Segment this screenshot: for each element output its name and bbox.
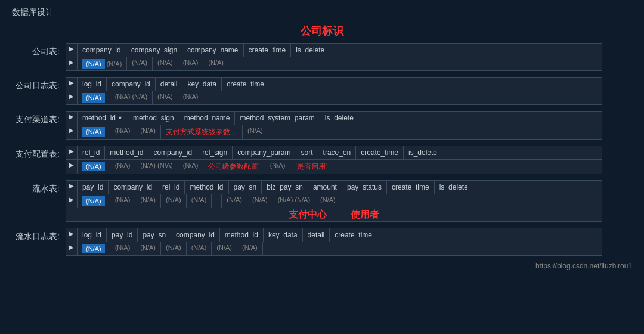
- table-box-2: ▶method_id ▼method_signmethod_namemethod…: [66, 111, 602, 140]
- table-box-0: ▶company_idcompany_signcompany_namecreat…: [66, 43, 602, 71]
- header-cell-1: company_id: [109, 181, 157, 194]
- data-cell-0: (N/A): [78, 91, 110, 104]
- table-label-3: 支付配置表:: [12, 146, 66, 160]
- table-row-1: 公司日志表:▶log_idcompany_iddetailkey_datacre…: [12, 77, 632, 105]
- data-cell-4: (N/A): [187, 194, 212, 208]
- data-cell-4: [203, 91, 213, 104]
- header-cell-0: rel_id: [78, 146, 105, 159]
- table-box-3: ▶rel_idmethod_idcompany_idrel_signcompan…: [66, 146, 602, 174]
- arrow-data-cell: ▶: [66, 242, 78, 255]
- header-cell-2: method_name: [179, 112, 236, 125]
- header-cell-5: key_data: [264, 228, 303, 242]
- header-cell-0: log_id: [78, 228, 107, 242]
- arrow-cell: ▶: [66, 78, 78, 91]
- table-header-3: ▶rel_idmethod_idcompany_idrel_signcompan…: [66, 146, 602, 160]
- arrow-data-cell: ▶: [66, 160, 78, 174]
- annotations-4: 支付中心使用者: [66, 209, 602, 221]
- data-cell-4: (N/A): [203, 57, 228, 70]
- header-cell-7: create_time: [356, 146, 404, 159]
- header-cell-3: method_id: [185, 181, 228, 194]
- header-cell-2: company_name: [182, 44, 243, 57]
- header-cell-5: biz_pay_sn: [262, 181, 308, 194]
- data-cell-3: (N/A): [161, 242, 187, 255]
- arrow-data-cell: ▶: [66, 125, 78, 139]
- header-cell-2: rel_id: [157, 181, 185, 194]
- header-cell-0: company_id: [78, 44, 126, 57]
- data-cell-4: (N/A): [243, 125, 268, 139]
- data-cell-3: (N/A): [178, 160, 204, 174]
- data-cell-1: (N/A): [110, 194, 136, 208]
- header-cell-9: is_delete: [435, 181, 473, 194]
- data-cell-5: (N/A): [212, 242, 237, 255]
- table-header-5: ▶log_idpay_idpay_sncompany_idmethod_idke…: [66, 228, 602, 242]
- footer-link: https://blog.csdn.net/liuzhirou1: [12, 262, 632, 270]
- table-label-4: 流水表:: [12, 180, 66, 194]
- table-data-row-2: ▶(N/A)(N/A)(N/A)支付方式系统级参数，(N/A): [66, 125, 602, 139]
- arrow-data-cell: ▶: [66, 57, 78, 70]
- arrow-cell: ▶: [66, 228, 78, 242]
- arrow-data-cell: ▶: [66, 194, 78, 208]
- data-cell-0: (N/A): [78, 125, 110, 139]
- data-cell-6: (N/A): [222, 194, 247, 208]
- header-cell-2: company_id: [148, 146, 197, 159]
- table-header-0: ▶company_idcompany_signcompany_namecreat…: [66, 44, 602, 57]
- header-cell-0: log_id: [78, 78, 107, 91]
- table-box-4: ▶pay_idcompany_idrel_idmethod_idpay_snbi…: [66, 180, 602, 222]
- table-label-1: 公司日志表:: [12, 77, 66, 91]
- data-cell-4: 公司级参数配置': [203, 160, 265, 174]
- header-cell-7: pay_status: [342, 181, 387, 194]
- table-box-1: ▶log_idcompany_iddetailkey_datacreate_ti…: [66, 77, 602, 105]
- header-cell-4: pay_sn: [229, 181, 262, 194]
- arrow-cell: ▶: [66, 44, 78, 57]
- header-cell-6: trace_on: [318, 146, 357, 159]
- header-cell-4: create_time: [222, 78, 269, 91]
- header-cell-3: company_id: [171, 228, 220, 242]
- center-label: 公司标识: [12, 24, 632, 38]
- data-cell-5: [212, 194, 222, 208]
- header-cell-4: company_param: [233, 146, 296, 159]
- data-cell-2: (N/A): [135, 125, 161, 139]
- data-cell-1: (N/A): [110, 160, 136, 174]
- data-cell-1: (N/A): [110, 242, 136, 255]
- header-cell-1: company_sign: [126, 44, 182, 57]
- header-cell-4: method_id: [220, 228, 264, 242]
- header-cell-3: key_data: [182, 78, 222, 91]
- annotation-label: 支付中心: [289, 209, 327, 221]
- header-cell-2: pay_sn: [138, 228, 171, 242]
- data-cell-8: [342, 160, 352, 174]
- data-cell-2: (N/A): [135, 194, 161, 208]
- table-label-2: 支付渠道表:: [12, 111, 66, 125]
- header-cell-1: company_id: [107, 78, 156, 91]
- header-cell-0: method_id ▼: [78, 112, 128, 125]
- annotation-label: 使用者: [351, 209, 379, 221]
- table-header-4: ▶pay_idcompany_idrel_idmethod_idpay_snbi…: [66, 181, 602, 194]
- arrow-data-cell: ▶: [66, 91, 78, 104]
- data-cell-7: (N/A): [247, 194, 273, 208]
- data-cell-1: (N/A): [110, 125, 136, 139]
- header-cell-8: create_time: [387, 181, 435, 194]
- data-cell-3: 支付方式系统级参数，: [161, 125, 243, 139]
- header-cell-0: pay_id: [78, 181, 109, 194]
- data-cell-1: (N/A): [127, 57, 153, 70]
- table-row-4: 流水表:▶pay_idcompany_idrel_idmethod_idpay_…: [12, 180, 632, 222]
- data-cell-0: (N/A): [78, 194, 110, 208]
- table-label-0: 公司表:: [12, 43, 66, 57]
- header-cell-8: is_delete: [404, 146, 442, 159]
- arrow-cell: ▶: [66, 112, 78, 125]
- table-data-row-4: ▶(N/A)(N/A)(N/A)(N/A)(N/A)(N/A)(N/A)(N/A…: [66, 194, 602, 208]
- data-cell-3: (N/A): [178, 91, 204, 104]
- table-data-row-0: ▶(N/A)(N/A)(N/A)(N/A)(N/A)(N/A): [66, 57, 602, 70]
- table-row-0: 公司表:▶company_idcompany_signcompany_namec…: [12, 43, 632, 71]
- data-cell-7: [263, 242, 273, 255]
- table-data-row-5: ▶(N/A)(N/A)(N/A)(N/A)(N/A)(N/A)(N/A): [66, 242, 602, 255]
- header-cell-1: pay_id: [107, 228, 138, 242]
- table-header-1: ▶log_idcompany_iddetailkey_datacreate_ti…: [66, 78, 602, 91]
- data-cell-3: (N/A): [178, 57, 204, 70]
- table-row-3: 支付配置表:▶rel_idmethod_idcompany_idrel_sign…: [12, 146, 632, 174]
- table-label-5: 流水日志表:: [12, 228, 66, 242]
- header-cell-6: detail: [303, 228, 330, 242]
- table-box-5: ▶log_idpay_idpay_sncompany_idmethod_idke…: [66, 228, 602, 256]
- table-data-row-3: ▶(N/A)(N/A)(N/A) (N/A)(N/A)公司级参数配置'(N/A)…: [66, 160, 602, 174]
- header-cell-6: amount: [308, 181, 342, 194]
- table-row-5: 流水日志表:▶log_idpay_idpay_sncompany_idmetho…: [12, 228, 632, 256]
